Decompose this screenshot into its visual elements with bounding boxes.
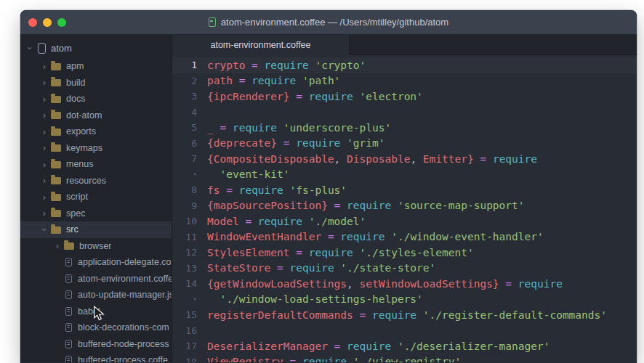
code-row[interactable]: 2path = require 'path' [172, 73, 637, 89]
line-number[interactable]: 5 [172, 122, 197, 133]
line-number[interactable]: 2 [172, 76, 197, 86]
code-row[interactable]: 5_ = require 'underscore-plus' [172, 120, 637, 136]
code-token: require [239, 184, 290, 196]
line-number[interactable]: 14 [172, 278, 197, 289]
tree-item-buffered-process-coffe[interactable]: ›buffered-process.coffe [20, 352, 172, 362]
code-token: , [410, 153, 422, 165]
tree-item-resources[interactable]: ›resources [20, 173, 172, 189]
code-token: './register-default-commands' [423, 309, 607, 321]
line-number[interactable]: 10 [172, 216, 197, 227]
tree-item-browser[interactable]: ›browser [20, 238, 172, 255]
line-number[interactable]: 11 [172, 232, 197, 242]
project-root[interactable]: › atom [20, 38, 172, 58]
code-row[interactable]: 4 [172, 105, 637, 121]
line-number[interactable]: 3 [172, 91, 197, 102]
chevron-right-icon[interactable]: › [39, 61, 49, 72]
code-row[interactable]: 18ViewRegistry = require './view-registr… [172, 354, 637, 363]
line-number[interactable]: 4 [172, 107, 197, 118]
code-row[interactable]: 8fs = require 'fs-plus' [172, 182, 637, 198]
code-token: = [220, 122, 232, 134]
file-icon [65, 258, 72, 266]
code-token: require [347, 200, 398, 211]
code-row[interactable]: 3{ipcRenderer} = require 'electron' [172, 89, 637, 105]
file-icon [65, 340, 72, 348]
tree-item-menus[interactable]: ›menus [20, 156, 172, 173]
tree-item-keymaps[interactable]: ›keymaps [20, 140, 172, 157]
line-number[interactable]: 7 [172, 153, 197, 164]
line-number[interactable]: 9 [172, 200, 197, 211]
code-line: _ = require 'underscore-plus' [207, 122, 391, 134]
tree-item-docs[interactable]: ›docs [20, 91, 172, 107]
code-token: './model' [309, 216, 366, 227]
code-row[interactable]: 10Model = require './model' [172, 213, 637, 229]
chevron-right-icon[interactable]: › [39, 126, 49, 137]
code-row[interactable]: 17DeserializerManager = require './deser… [172, 338, 637, 354]
code-row[interactable]: 16 [172, 323, 637, 339]
code-line: {deprecate} = require 'grim' [207, 137, 385, 149]
tree-item-apm[interactable]: ›apm [20, 58, 172, 75]
chevron-right-icon[interactable]: › [39, 110, 49, 121]
tree-item-spec[interactable]: ›spec [20, 205, 172, 222]
code-line: StylesElement = require './styles-elemen… [207, 247, 474, 258]
code-row[interactable]: 11WindowEventHandler = require './window… [172, 229, 637, 245]
code-line: StateStore = require './state-store' [207, 262, 435, 274]
wrap-indicator[interactable]: • [172, 295, 197, 303]
chevron-right-icon[interactable]: › [52, 240, 63, 251]
line-number[interactable]: 13 [172, 263, 197, 274]
line-number[interactable]: 1 [172, 60, 197, 70]
folder-icon [51, 112, 61, 119]
code-token: 'crypto' [315, 60, 366, 71]
tree-item-atom-environment-coffe[interactable]: ›atom-environment.coffe [20, 271, 172, 287]
code-row[interactable]: 9{mapSourcePosition} = require 'source-m… [172, 198, 637, 214]
code-row[interactable]: • './window-load-settings-helpers' [172, 292, 637, 308]
line-number[interactable]: 18 [172, 356, 197, 362]
code-row[interactable]: 7{CompositeDisposable, Disposable, Emitt… [172, 151, 637, 167]
tree-item-dot-atom[interactable]: ›dot-atom [20, 107, 172, 124]
code-token: = [480, 153, 492, 165]
zoom-button[interactable] [57, 18, 66, 27]
chevron-right-icon[interactable]: › [39, 94, 49, 105]
tree-item-babel[interactable]: ›babel [20, 303, 172, 320]
code-row[interactable]: 6{deprecate} = require 'grim' [172, 136, 637, 152]
close-button[interactable] [28, 18, 37, 27]
file-tree: ›apm›build›docs›dot-atom›exports›keymaps… [20, 58, 172, 362]
tree-item-label: src [66, 224, 79, 234]
code-row[interactable]: • 'event-kit' [172, 167, 637, 183]
code-row[interactable]: 14{getWindowLoadSettings, setWindowLoadS… [172, 276, 637, 292]
tree-item-application-delegate-co[interactable]: ›application-delegate.co [20, 254, 172, 271]
chevron-right-icon[interactable]: › [39, 77, 49, 88]
chevron-right-icon[interactable]: › [39, 142, 49, 153]
chevron-down-icon[interactable]: › [25, 44, 36, 54]
tree-item-label: script [66, 192, 88, 202]
chevron-right-icon[interactable]: › [39, 175, 49, 186]
editor-column: atom-environment.coffee 1crypto = requir… [172, 35, 637, 362]
tree-item-script[interactable]: ›script [20, 189, 172, 205]
wrap-indicator[interactable]: • [172, 171, 197, 178]
line-number[interactable]: 17 [172, 340, 197, 351]
tree-item-exports[interactable]: ›exports [20, 123, 172, 140]
tab-atom-environment[interactable]: atom-environment.coffee [172, 35, 350, 55]
code-row[interactable]: 13StateStore = require './state-store' [172, 261, 637, 277]
chevron-right-icon[interactable]: › [39, 208, 49, 219]
minimize-button[interactable] [43, 18, 52, 27]
line-number[interactable]: 12 [172, 247, 197, 258]
editor[interactable]: 1crypto = require 'crypto'2path = requir… [172, 55, 637, 362]
code-token: path [207, 75, 239, 86]
chevron-right-icon[interactable]: › [39, 192, 49, 203]
tree-item-block-decorations-com[interactable]: ›block-decorations-com [20, 319, 172, 336]
code-token: Disposable [347, 153, 410, 165]
line-number[interactable]: 6 [172, 138, 197, 149]
tree-item-auto-update-manager-js[interactable]: ›auto-update-manager.js [20, 287, 172, 303]
chevron-down-icon[interactable]: › [39, 224, 50, 234]
tree-item-build[interactable]: ›build [20, 75, 172, 91]
line-number[interactable]: 16 [172, 325, 197, 336]
line-number[interactable]: 8 [172, 184, 197, 195]
code-row[interactable]: 12StylesElement = require './styles-elem… [172, 245, 637, 261]
code-row[interactable]: 1crypto = require 'crypto' [172, 57, 637, 73]
chevron-right-icon[interactable]: › [39, 159, 49, 170]
tree-item-buffered-node-process[interactable]: ›buffered-node-process [20, 336, 172, 353]
line-number[interactable]: 15 [172, 309, 197, 320]
code-row[interactable]: 15registerDefaultCommands = require './r… [172, 307, 637, 323]
tree-item-src[interactable]: ›src [20, 221, 172, 238]
titlebar[interactable]: atom-environment.coffee — /Users/mtilley… [20, 10, 637, 35]
